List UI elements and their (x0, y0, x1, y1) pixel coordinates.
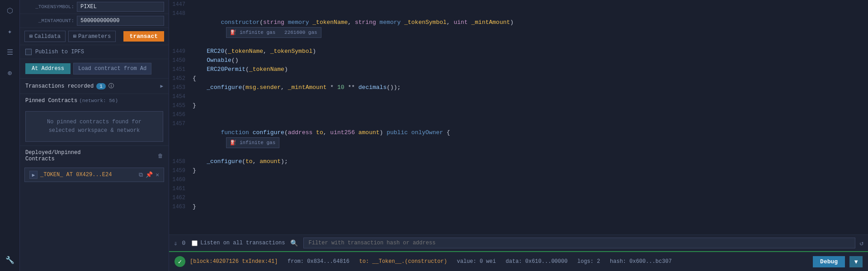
trash-icon[interactable]: 🗑 (158, 153, 163, 159)
tx-data: data: 0x610...00000 (506, 258, 568, 265)
filter-input[interactable] (303, 238, 855, 248)
mint-amount-label: _MINTAMOUNT: (24, 18, 74, 23)
contract-name: _TOKEN_ AT 0X429...E24 (40, 172, 136, 178)
publish-row: Publish to IPFS (20, 45, 169, 59)
tx-hash: hash: 0x600...bc307 (610, 258, 672, 265)
transactions-badge: 1 (96, 83, 106, 89)
gas-badge-configure: ⛽ infinite gas (226, 137, 279, 148)
token-symbol-label: _TOKENSYMBOL: (24, 4, 74, 9)
code-line-1447: 1447 (169, 0, 868, 9)
publish-checkbox[interactable] (25, 49, 32, 55)
code-line-1450: 1450 Ownable() (169, 56, 868, 65)
code-line-1462: 1462 (169, 193, 868, 202)
tab-parameters[interactable]: ⊞ Parameters (68, 31, 116, 42)
calldata-icon: ⊞ (29, 33, 33, 40)
listen-label: Listen on all transactions (200, 240, 285, 246)
tx-to: to: __Token__.(constructor) (359, 258, 447, 265)
info-icon: ⓘ (108, 82, 114, 90)
code-editor[interactable]: 1447 1448 constructor(string memory _tok… (169, 0, 868, 234)
tx-block: [block:40207126 txIndex:41] (190, 258, 278, 265)
contract-expand-button[interactable]: ▶ (29, 171, 38, 179)
contract-action-icons: ⧉ 📌 ✕ (139, 171, 159, 178)
pinned-contracts-header: Pinned Contracts (network: 56) (20, 93, 169, 107)
debug-button[interactable]: Debug (813, 256, 845, 267)
transaction-text: [block:40207126 txIndex:41] from: 0x834.… (190, 258, 808, 265)
code-line-1459: 1459 } (169, 166, 868, 175)
code-line-1455: 1455 } (169, 101, 868, 110)
code-line-1449: 1449 ERC20(_tokenName, _tokenSymbol) (169, 47, 868, 56)
listen-checkbox-row: Listen on all transactions (192, 240, 285, 246)
bottom-controls-bar: ⇓ 0 Listen on all transactions 🔍 ↺ (169, 234, 868, 251)
left-panel: _TOKENSYMBOL: _MINTAMOUNT: ⊞ Calldata ⊞ … (20, 0, 169, 271)
success-icon: ✓ (175, 256, 185, 267)
tabs-row: ⊞ Calldata ⊞ Parameters transact (20, 28, 169, 45)
deployed-label: Deployed/UnpinnedContracts (25, 150, 80, 162)
sidebar-icon-deploy[interactable]: ✦ (4, 25, 16, 38)
code-line-1457: 1457 function configure(address to, uint… (169, 119, 868, 157)
no-pinned-message: No pinned contracts found forselected wo… (25, 111, 163, 142)
code-line-1453: 1453 _configure(msg.sender, _mintAmount … (169, 83, 868, 92)
code-line-1460: 1460 (169, 175, 868, 184)
sidebar-icons: ⬡ ✦ ☰ ⊕ 🔧 (0, 0, 20, 271)
refresh-icon[interactable]: ↺ (860, 239, 863, 247)
sidebar-icon-tools[interactable]: 🔧 (4, 254, 16, 266)
close-icon[interactable]: ✕ (156, 171, 159, 178)
code-line-1458: 1458 _configure(to, amount); (169, 157, 868, 166)
publish-label: Publish to IPFS (35, 49, 84, 55)
transact-button[interactable]: transact (123, 31, 164, 42)
mint-amount-input[interactable] (77, 16, 164, 26)
tx-count: 0 (182, 240, 185, 247)
pinned-label: Pinned Contracts (25, 98, 77, 104)
code-line-1463: 1463 } (169, 202, 868, 211)
tx-logs: logs: 2 (577, 258, 600, 265)
tx-expand-button[interactable]: ▼ (849, 256, 863, 267)
mint-amount-row: _MINTAMOUNT: (20, 14, 169, 28)
search-icon[interactable]: 🔍 (289, 238, 299, 248)
tx-value: value: 0 wei (457, 258, 496, 265)
pin-icon[interactable]: 📌 (146, 171, 153, 178)
transactions-chevron: ▶ (160, 83, 163, 89)
collapse-icon[interactable]: ⇓ (174, 239, 177, 247)
code-line-1451: 1451 ERC20Permit(_tokenName) (169, 65, 868, 74)
pinned-network: (network: 56) (79, 98, 118, 103)
address-row: At Address Load contract from Ad (20, 59, 169, 79)
code-line-1456: 1456 (169, 110, 868, 119)
deployed-header: Deployed/UnpinnedContracts 🗑 (20, 145, 169, 166)
tx-from: from: 0x834...64816 (288, 258, 349, 265)
gas-badge-constructor: ⛽ infinite gas 2261600 gas (226, 27, 321, 38)
transactions-section-header[interactable]: Transactions recorded 1 ⓘ ▶ (20, 79, 169, 93)
contract-row: ▶ _TOKEN_ AT 0X429...E24 ⧉ 📌 ✕ (24, 168, 164, 182)
transactions-label: Transactions recorded (25, 83, 94, 89)
main-area: 1447 1448 constructor(string memory _tok… (169, 0, 868, 271)
token-symbol-row: _TOKENSYMBOL: (20, 0, 169, 14)
parameters-icon: ⊞ (73, 33, 76, 40)
at-address-button[interactable]: At Address (25, 63, 71, 74)
code-line-1454: 1454 (169, 92, 868, 101)
load-contract-button[interactable]: Load contract from Ad (73, 63, 151, 75)
code-line-1448: 1448 constructor(string memory _tokenNam… (169, 9, 868, 47)
code-line-1452: 1452 { (169, 74, 868, 83)
code-line-1461: 1461 (169, 184, 868, 193)
expand-icon: ▶ (32, 172, 35, 178)
listen-checkbox[interactable] (192, 240, 198, 246)
token-symbol-input[interactable] (77, 2, 164, 12)
sidebar-icon-home[interactable]: ⬡ (4, 5, 16, 17)
sidebar-icon-menu[interactable]: ☰ (4, 46, 16, 59)
copy-icon[interactable]: ⧉ (139, 172, 143, 178)
tab-calldata[interactable]: ⊞ Calldata (24, 31, 66, 42)
transaction-row: ✓ [block:40207126 txIndex:41] from: 0x83… (169, 251, 868, 271)
sidebar-icon-add[interactable]: ⊕ (4, 67, 16, 79)
